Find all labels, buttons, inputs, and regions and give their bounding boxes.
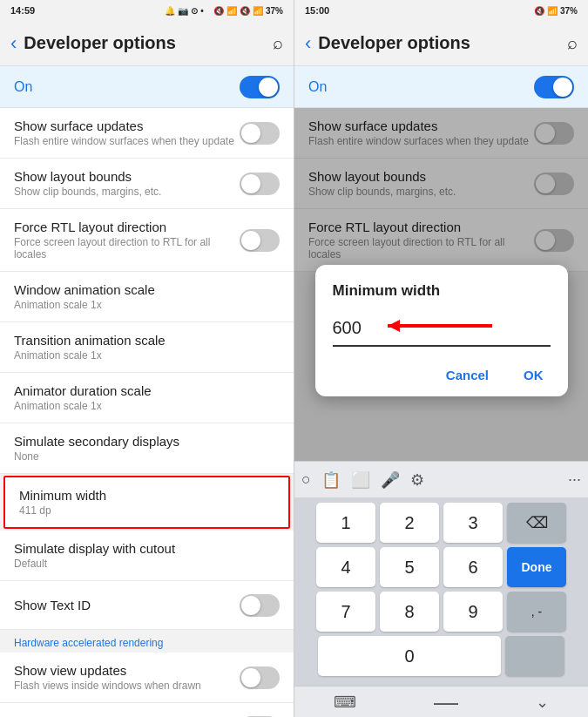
right-search-icon[interactable]: ⌕ <box>567 33 578 53</box>
dialog-buttons: Cancel OK <box>333 364 551 386</box>
keyboard-key-rows: 1 2 3 ⌫ 4 5 6 Done 7 8 9 , - 0 <box>294 497 588 686</box>
kb-row-3: 7 8 9 , - <box>298 592 585 632</box>
kb-key-extra[interactable] <box>505 636 564 676</box>
left-item-minimum-width[interactable]: Minimum width 411 dp <box>3 476 290 529</box>
kb-row-1: 1 2 3 ⌫ <box>298 503 585 543</box>
left-section-hardware: Hardware accelerated rendering <box>0 630 294 653</box>
left-item-animator-duration[interactable]: Animator duration scale Animation scale … <box>0 373 294 423</box>
kb-tool-circle-icon[interactable]: ○ <box>301 470 311 489</box>
left-toggle-layout[interactable] <box>240 172 280 195</box>
kb-key-done[interactable]: Done <box>507 547 566 587</box>
right-status-icons: 🔇 📶 37% <box>534 6 578 16</box>
right-back-button[interactable]: ‹ <box>305 32 311 55</box>
right-on-label: On <box>308 79 327 95</box>
kb-key-9[interactable]: 9 <box>443 592 503 632</box>
right-battery: 37% <box>560 6 578 16</box>
left-toggle-text-id[interactable] <box>240 594 280 617</box>
left-back-button[interactable]: ‹ <box>10 32 17 55</box>
right-header: ‹ Developer options ⌕ <box>294 21 588 66</box>
dialog-ok-button[interactable]: OK <box>517 364 551 386</box>
left-item-simulate-cutout[interactable]: Simulate display with cutout Default <box>0 531 294 581</box>
dialog-input-row: 600 <box>333 314 551 347</box>
nav-home-bar[interactable]: — <box>434 688 458 716</box>
kb-key-8[interactable]: 8 <box>380 592 439 632</box>
left-toggle-view-updates[interactable] <box>240 666 280 689</box>
numeric-keyboard: 1 2 3 ⌫ 4 5 6 Done 7 8 9 , - 0 <box>294 497 588 717</box>
kb-key-0[interactable]: 0 <box>318 636 501 676</box>
left-header: ‹ Developer options ⌕ <box>0 21 294 66</box>
dialog-cancel-button[interactable]: Cancel <box>439 364 496 386</box>
right-page-title: Developer options <box>318 33 567 53</box>
left-item-transition-anim[interactable]: Transition animation scale Animation sca… <box>0 322 294 373</box>
left-settings-list: Show surface updates Flash entire window… <box>0 108 294 717</box>
left-search-icon[interactable]: ⌕ <box>273 33 283 53</box>
kb-tool-mic-icon[interactable]: 🎤 <box>381 470 400 490</box>
keyboard-toolbar: ○ 📋 ⬜ 🎤 ⚙ ··· <box>294 461 588 497</box>
left-item-show-surface-updates[interactable]: Show surface updates Flash entire window… <box>0 108 294 159</box>
kb-key-backspace[interactable]: ⌫ <box>507 503 566 543</box>
kb-key-comma[interactable]: , - <box>507 592 566 632</box>
left-item-show-text-id[interactable]: Show Text ID <box>0 581 294 630</box>
kb-key-1[interactable]: 1 <box>316 503 375 543</box>
left-item-force-rtl[interactable]: Force RTL layout direction Force screen … <box>0 209 294 272</box>
left-page-title: Developer options <box>24 33 273 53</box>
left-item-show-layout-bounds[interactable]: Show layout bounds Show clip bounds, mar… <box>0 159 294 209</box>
right-status-bar: 15:00 🔇 📶 37% <box>294 0 588 21</box>
dialog-title: Minimum width <box>333 282 551 300</box>
left-toggle-surface[interactable] <box>240 122 280 145</box>
kb-tool-clipboard-icon[interactable]: 📋 <box>321 470 341 490</box>
right-time: 15:00 <box>305 5 329 16</box>
red-arrow-svg <box>379 314 501 338</box>
kb-key-5[interactable]: 5 <box>380 547 439 587</box>
left-toggle-rtl[interactable] <box>240 229 280 252</box>
left-time: 14:59 <box>10 5 35 16</box>
left-phone-panel: 14:59 🔔 📷 ⊙ • 🔇 📶 🔇 📶 37% ‹ Developer op… <box>0 0 294 717</box>
right-nav-bar: ⌨ — ⌄ <box>294 686 588 717</box>
left-on-label: On <box>14 79 32 95</box>
arrow-icon <box>379 314 501 342</box>
kb-tool-more-icon[interactable]: ··· <box>568 470 581 489</box>
nav-keyboard-icon[interactable]: ⌨ <box>334 693 356 712</box>
kb-key-2[interactable]: 2 <box>380 503 439 543</box>
minimum-width-dialog: Minimum width 600 Cancel OK <box>315 265 568 396</box>
kb-key-4[interactable]: 4 <box>316 547 375 587</box>
left-on-toggle[interactable] <box>240 76 280 98</box>
dialog-input-value[interactable]: 600 <box>333 318 362 338</box>
right-on-row: On <box>294 66 588 108</box>
right-on-toggle[interactable] <box>534 76 574 98</box>
kb-tool-keyboard-icon[interactable]: ⬜ <box>351 470 370 490</box>
left-item-simulate-secondary[interactable]: Simulate secondary displays None <box>0 423 294 474</box>
kb-row-2: 4 5 6 Done <box>298 547 585 587</box>
left-item-show-view-updates[interactable]: Show view updates Flash views inside win… <box>0 653 294 703</box>
left-item-show-hardware-layers[interactable]: Show hardware layers updates <box>0 703 294 717</box>
left-status-icons: 🔔 📷 ⊙ • 🔇 📶 🔇 📶 37% <box>165 6 283 16</box>
kb-tool-settings-icon[interactable]: ⚙ <box>410 470 424 490</box>
kb-key-7[interactable]: 7 <box>316 592 375 632</box>
left-item-window-anim[interactable]: Window animation scale Animation scale 1… <box>0 272 294 322</box>
kb-row-4: 0 <box>298 636 585 676</box>
left-battery: 🔇 📶 37% <box>240 6 283 16</box>
nav-chevron-down-icon[interactable]: ⌄ <box>536 693 549 712</box>
svg-marker-1 <box>388 320 400 332</box>
kb-key-3[interactable]: 3 <box>443 503 503 543</box>
right-phone-panel: 15:00 🔇 📶 37% ‹ Developer options ⌕ On S… <box>294 0 588 717</box>
kb-key-6[interactable]: 6 <box>443 547 503 587</box>
dialog-overlay: Minimum width 600 Cancel OK <box>294 108 588 461</box>
left-status-bar: 14:59 🔔 📷 ⊙ • 🔇 📶 🔇 📶 37% <box>0 0 294 21</box>
left-on-row: On <box>0 66 294 108</box>
